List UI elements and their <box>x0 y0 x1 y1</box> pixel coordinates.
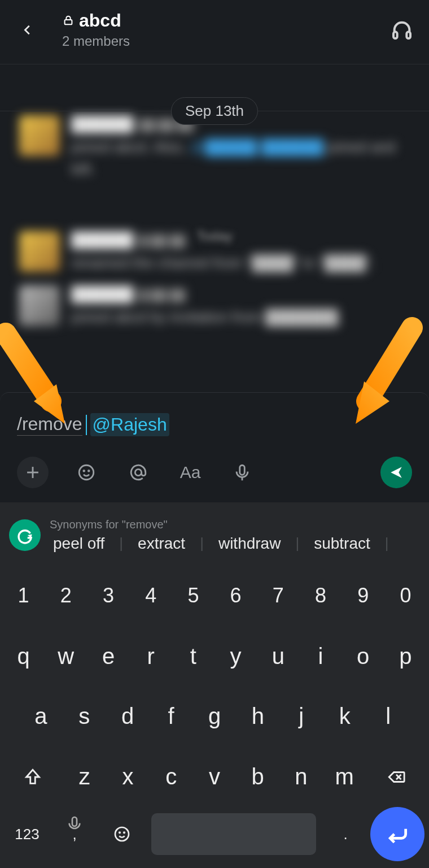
key-v[interactable]: v <box>193 754 237 800</box>
lock-icon <box>62 10 75 31</box>
key-backspace[interactable] <box>366 754 427 800</box>
avatar[interactable] <box>19 231 60 272</box>
key-space[interactable] <box>151 813 316 855</box>
key-row-top: q w e r t y u i o p <box>2 628 427 684</box>
key-c[interactable]: c <box>150 754 193 800</box>
channel-subtitle: 2 members <box>62 33 391 49</box>
virtual-keyboard: Synonyms for "remove" peel off | extract… <box>0 502 429 868</box>
suggestion-item[interactable]: extract <box>134 535 189 553</box>
svg-point-15 <box>115 827 129 841</box>
key-8[interactable]: 8 <box>299 573 342 618</box>
key-4[interactable]: 4 <box>130 573 172 618</box>
avatar[interactable] <box>19 285 60 326</box>
key-u[interactable]: u <box>257 633 299 679</box>
mention-button[interactable] <box>124 458 152 487</box>
key-t[interactable]: t <box>172 633 214 679</box>
svg-rect-1 <box>393 32 397 38</box>
key-mode-switch[interactable]: 123 <box>5 811 50 857</box>
key-y[interactable]: y <box>214 633 257 679</box>
header-bar: abcd 2 members <box>0 0 429 64</box>
svg-point-17 <box>124 832 125 834</box>
svg-rect-2 <box>406 32 410 38</box>
key-k[interactable]: k <box>323 694 366 739</box>
svg-point-7 <box>88 470 89 471</box>
key-row-mid: a s d f g h j k l <box>2 688 427 745</box>
key-2[interactable]: 2 <box>45 573 87 618</box>
huddle-headphones-icon[interactable] <box>391 19 413 41</box>
key-q[interactable]: q <box>2 633 45 679</box>
emoji-button[interactable] <box>72 458 100 487</box>
key-0[interactable]: 0 <box>384 573 427 618</box>
key-row-bot: z x c v b n m <box>2 749 427 805</box>
key-5[interactable]: 5 <box>172 573 214 618</box>
key-w[interactable]: w <box>45 633 87 679</box>
key-l[interactable]: l <box>366 694 410 739</box>
text-cursor <box>86 415 87 435</box>
suggestion-label: Synonyms for "remove" <box>50 518 420 531</box>
key-shift[interactable] <box>2 754 63 800</box>
suggestion-item[interactable]: peel off <box>50 535 108 553</box>
key-p[interactable]: p <box>384 633 427 679</box>
key-3[interactable]: 3 <box>87 573 129 618</box>
svg-rect-0 <box>65 20 72 24</box>
send-button[interactable] <box>380 457 412 488</box>
key-n[interactable]: n <box>279 754 323 800</box>
key-9[interactable]: 9 <box>342 573 384 618</box>
key-r[interactable]: r <box>130 633 172 679</box>
app-screen: abcd 2 members Sep 13th ████████:██ ██ j… <box>0 0 429 868</box>
format-button[interactable]: Aa <box>176 458 204 487</box>
key-m[interactable]: m <box>323 754 366 800</box>
key-f[interactable]: f <box>150 694 193 739</box>
today-separator[interactable]: Today <box>196 228 233 244</box>
channel-name: abcd <box>79 10 121 31</box>
key-emoji[interactable] <box>99 811 145 857</box>
key-d[interactable]: d <box>106 694 150 739</box>
svg-point-16 <box>119 832 120 834</box>
suggestion-item[interactable]: subtract <box>310 535 374 553</box>
key-comma[interactable]: , <box>52 811 97 857</box>
date-separator[interactable]: Sep 13th <box>171 97 258 125</box>
channel-title-block[interactable]: abcd 2 members <box>62 10 391 49</box>
key-j[interactable]: j <box>279 694 323 739</box>
key-i[interactable]: i <box>299 633 342 679</box>
key-6[interactable]: 6 <box>214 573 257 618</box>
message-item[interactable]: ████████:██ ██ joined abcd. Also, @█████… <box>19 115 413 180</box>
key-7[interactable]: 7 <box>257 573 299 618</box>
annotation-arrow-right <box>327 316 423 429</box>
svg-point-8 <box>135 469 141 475</box>
key-enter[interactable] <box>370 807 424 861</box>
svg-point-6 <box>84 470 85 471</box>
mention-chip[interactable]: @Rajesh <box>90 413 169 436</box>
annotation-arrow-left <box>0 322 85 429</box>
svg-rect-14 <box>72 817 77 826</box>
back-button[interactable] <box>16 18 40 42</box>
key-1[interactable]: 1 <box>2 573 45 618</box>
key-z[interactable]: z <box>63 754 106 800</box>
suggestion-item[interactable]: withdraw <box>215 535 284 553</box>
svg-point-5 <box>79 465 94 480</box>
mic-hint-icon <box>65 815 84 835</box>
key-x[interactable]: x <box>106 754 150 800</box>
keyboard-bottom-bar: 123 , . <box>0 806 429 868</box>
grammarly-icon[interactable] <box>9 519 41 551</box>
key-e[interactable]: e <box>87 633 129 679</box>
microphone-button[interactable] <box>228 458 256 487</box>
key-o[interactable]: o <box>342 633 384 679</box>
attach-button[interactable] <box>17 457 49 488</box>
svg-rect-9 <box>240 465 245 475</box>
suggestion-bar: Synonyms for "remove" peel off | extract… <box>0 502 429 562</box>
key-h[interactable]: h <box>236 694 279 739</box>
composer-toolbar: Aa <box>17 457 412 488</box>
key-g[interactable]: g <box>193 694 237 739</box>
key-a[interactable]: a <box>19 694 63 739</box>
key-s[interactable]: s <box>63 694 106 739</box>
avatar[interactable] <box>19 115 60 156</box>
key-period[interactable]: . <box>323 811 368 857</box>
key-b[interactable]: b <box>236 754 279 800</box>
key-row-numbers: 1 2 3 4 5 6 7 8 9 0 <box>2 567 427 624</box>
